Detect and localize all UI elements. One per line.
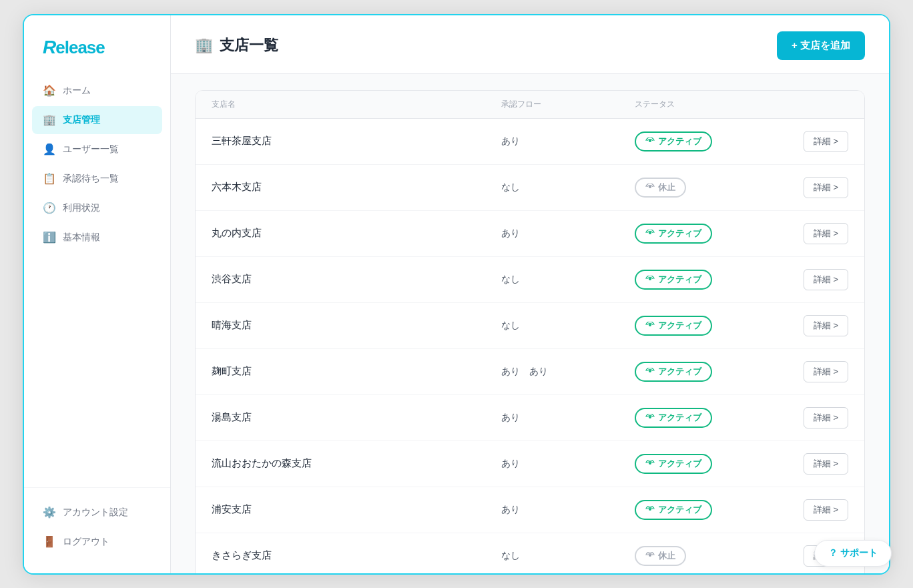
table-row[interactable]: 湯島支店 あり アクティブ 詳細 > — [196, 395, 864, 441]
status-cell: アクティブ — [635, 362, 768, 382]
approval-flow: なし — [501, 320, 635, 332]
nav-menu: 🏠 ホーム🏢 支店管理👤 ユーザー一覧📋 承認待ち一覧🕐 利用状況ℹ️ 基本情報 — [24, 77, 170, 487]
logo-area: Release — [24, 15, 170, 77]
sidebar-item-logout[interactable]: 🚪 ログアウト — [32, 528, 162, 556]
svg-point-9 — [649, 554, 651, 557]
status-icon — [645, 505, 655, 515]
table-row[interactable]: 浦安支店 あり アクティブ 詳細 > — [196, 487, 864, 533]
action-cell: 詳細 > — [768, 177, 848, 198]
logo: Release — [43, 37, 105, 58]
users-icon: 👤 — [43, 143, 56, 156]
approval-flow: あり — [501, 135, 635, 148]
table-row[interactable]: きさらぎ支店 なし 休止 詳細 > — [196, 533, 864, 573]
sidebar-item-usage[interactable]: 🕐 利用状況 — [32, 194, 162, 222]
pending-icon: 📋 — [43, 172, 56, 186]
main-header: 🏢 支店一覧 + 支店を追加 — [171, 15, 889, 74]
table-area: 支店名承認フローステータス 三軒茶屋支店 あり アクティブ 詳細 > 六本木支店… — [171, 74, 889, 573]
svg-point-1 — [649, 186, 651, 188]
column-header-flow: 承認フロー — [501, 99, 635, 110]
status-icon — [645, 551, 655, 561]
status-badge: アクティブ — [635, 131, 712, 152]
branch-name: 渋谷支店 — [212, 273, 501, 286]
sidebar-item-label: ユーザー一覧 — [63, 143, 119, 156]
action-cell: 詳細 > — [768, 315, 848, 336]
branch-name: きさらぎ支店 — [212, 549, 501, 562]
table-body: 三軒茶屋支店 あり アクティブ 詳細 > 六本木支店 なし 休止 詳細 > 丸の… — [196, 119, 864, 573]
detail-button[interactable]: 詳細 > — [804, 177, 848, 198]
add-branch-button[interactable]: + 支店を追加 — [777, 31, 865, 60]
sidebar-item-users[interactable]: 👤 ユーザー一覧 — [32, 135, 162, 164]
table-row[interactable]: 三軒茶屋支店 あり アクティブ 詳細 > — [196, 119, 864, 165]
page-title-icon: 🏢 — [195, 37, 213, 54]
status-icon — [645, 229, 655, 238]
sidebar-item-pending[interactable]: 📋 承認待ち一覧 — [32, 165, 162, 193]
status-badge: アクティブ — [635, 224, 712, 244]
branch-name: 麹町支店 — [212, 365, 501, 378]
status-icon — [645, 367, 655, 376]
logout-icon: 🚪 — [43, 535, 56, 549]
status-cell: 休止 — [635, 546, 768, 566]
branch-name: 丸の内支店 — [212, 227, 501, 240]
table-row[interactable]: 丸の内支店 あり アクティブ 詳細 > — [196, 211, 864, 257]
svg-point-5 — [649, 370, 651, 372]
branch-table: 支店名承認フローステータス 三軒茶屋支店 あり アクティブ 詳細 > 六本木支店… — [195, 90, 865, 573]
svg-point-6 — [649, 416, 651, 418]
table-row[interactable]: 渋谷支店 なし アクティブ 詳細 > — [196, 257, 864, 303]
svg-point-4 — [649, 324, 651, 326]
sidebar-item-home[interactable]: 🏠 ホーム — [32, 77, 162, 105]
detail-button[interactable]: 詳細 > — [804, 223, 848, 244]
status-badge: 休止 — [635, 178, 686, 198]
status-cell: アクティブ — [635, 316, 768, 336]
status-badge: アクティブ — [635, 408, 712, 428]
sidebar-item-label: 利用状況 — [63, 202, 100, 214]
status-cell: アクティブ — [635, 131, 768, 152]
info-icon: ℹ️ — [43, 231, 56, 244]
table-header: 支店名承認フローステータス — [196, 91, 864, 119]
detail-button[interactable]: 詳細 > — [804, 361, 848, 382]
detail-button[interactable]: 詳細 > — [804, 131, 848, 152]
sidebar-bottom: ⚙️ アカウント設定🚪 ログアウト — [24, 487, 170, 573]
approval-flow: あり — [501, 458, 635, 470]
branch-name: 流山おおたかの森支店 — [212, 457, 501, 470]
sidebar-item-account[interactable]: ⚙️ アカウント設定 — [32, 499, 162, 527]
detail-button[interactable]: 詳細 > — [804, 269, 848, 290]
table-row[interactable]: 流山おおたかの森支店 あり アクティブ 詳細 > — [196, 441, 864, 487]
status-badge: アクティブ — [635, 500, 712, 520]
detail-button[interactable]: 詳細 > — [804, 315, 848, 336]
status-icon — [645, 275, 655, 284]
usage-icon: 🕐 — [43, 202, 56, 215]
sidebar-item-label: アカウント設定 — [63, 507, 128, 519]
action-cell: 詳細 > — [768, 407, 848, 428]
main-content: 🏢 支店一覧 + 支店を追加 支店名承認フローステータス 三軒茶屋支店 あり ア… — [171, 15, 889, 573]
sidebar: Release 🏠 ホーム🏢 支店管理👤 ユーザー一覧📋 承認待ち一覧🕐 利用状… — [24, 15, 171, 573]
branch-name: 六本木支店 — [212, 181, 501, 194]
sidebar-item-info[interactable]: ℹ️ 基本情報 — [32, 224, 162, 252]
branch-name: 湯島支店 — [212, 411, 501, 424]
detail-button[interactable]: 詳細 > — [804, 499, 848, 521]
svg-point-7 — [649, 462, 651, 465]
branch-name: 浦安支店 — [212, 503, 501, 516]
status-badge: アクティブ — [635, 362, 712, 382]
approval-flow: あり — [501, 504, 635, 516]
approval-flow: あり — [501, 412, 635, 424]
action-cell: 詳細 > — [768, 453, 848, 475]
status-icon — [645, 413, 655, 422]
detail-button[interactable]: 詳細 > — [804, 407, 848, 428]
branch-icon: 🏢 — [43, 113, 56, 127]
status-badge: 休止 — [635, 546, 686, 566]
detail-button[interactable]: 詳細 > — [804, 453, 848, 475]
approval-flow: あり あり — [501, 366, 635, 378]
status-cell: アクティブ — [635, 224, 768, 244]
sidebar-item-label: 承認待ち一覧 — [63, 173, 119, 185]
table-row[interactable]: 麹町支店 あり あり アクティブ 詳細 > — [196, 349, 864, 395]
action-cell: 詳細 > — [768, 131, 848, 152]
svg-point-0 — [649, 139, 651, 142]
table-row[interactable]: 六本木支店 なし 休止 詳細 > — [196, 165, 864, 211]
status-icon — [645, 321, 655, 330]
status-icon — [645, 459, 655, 469]
support-button[interactable]: ？ サポート — [814, 540, 892, 567]
column-header-name: 支店名 — [212, 99, 501, 110]
table-row[interactable]: 晴海支店 なし アクティブ 詳細 > — [196, 303, 864, 349]
sidebar-item-branch[interactable]: 🏢 支店管理 — [32, 106, 162, 134]
sidebar-item-label: ログアウト — [63, 536, 109, 548]
